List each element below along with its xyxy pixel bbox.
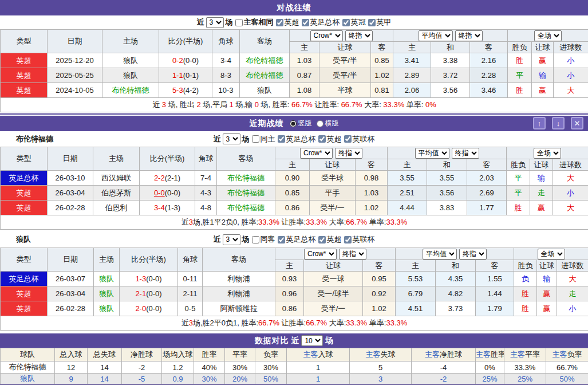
odds-handicap: 平手: [310, 186, 356, 201]
odds-source-select[interactable]: Crow*: [304, 249, 337, 260]
odds-handicap: 受一球: [304, 272, 363, 286]
arrow-down-icon: ↓: [557, 119, 561, 128]
league-badge: 英超: [1, 68, 48, 83]
league-badge: 英超: [1, 286, 48, 301]
odds-handicap: 半球: [319, 83, 371, 98]
layout-horizontal-radio[interactable]: 横版: [317, 119, 339, 128]
result-wdl: 胜: [514, 286, 537, 301]
col-away: 客场: [217, 147, 275, 171]
odds-source-select[interactable]: Crow*: [300, 148, 333, 159]
games-label: 场: [226, 17, 233, 28]
odds-home: 1.03: [290, 53, 319, 68]
col-avg-away: 客: [476, 260, 514, 272]
col-result-handicap: 让球: [537, 260, 557, 272]
corner-cell: 4-8: [195, 201, 217, 215]
h2h-title: 对战往绩: [277, 3, 311, 13]
home-team: 狼队: [94, 272, 120, 286]
result-wdl: 胜: [508, 83, 532, 98]
avg-select[interactable]: 平均值: [423, 249, 457, 260]
compare-row-wolves: 狼队 9 14 -5 0.9 30% 20% 50% 1 3 -2 25% 25…: [1, 374, 588, 384]
odds-select-cell: Crow*终指: [275, 147, 388, 159]
scope-select[interactable]: 全场: [534, 30, 562, 41]
home-team: 狼队: [102, 53, 159, 68]
corner-cell: 3-4: [212, 53, 240, 68]
match-date: 26-02-28: [48, 301, 94, 316]
avg-away: 3.46: [470, 83, 508, 98]
col-home: 主场: [94, 248, 120, 272]
odds-final-select[interactable]: 终指: [345, 30, 373, 41]
col-date: 日期: [48, 147, 93, 171]
team-name-link[interactable]: 狼队: [1, 374, 55, 384]
result-wdl: 负: [514, 272, 537, 286]
avg-select[interactable]: 平均值: [415, 148, 449, 159]
avg-final-select[interactable]: 终指: [455, 30, 483, 41]
col-corner: 角球: [195, 147, 217, 171]
table-row: 英超 26-03-04 伯恩茅斯 0-0(0-0) 4-3 布伦特福德 0.85…: [1, 186, 588, 201]
result-handicap: 赢: [530, 201, 553, 215]
away-team: 利物浦: [203, 272, 275, 286]
scroll-down-button[interactable]: ↓: [552, 117, 565, 129]
odds-source-select[interactable]: Crow*: [310, 30, 343, 41]
col-avg-draw: 和: [431, 42, 470, 53]
league-badge: 英超: [1, 83, 48, 98]
brentford-count-select[interactable]: 3: [223, 133, 240, 144]
col-result-goals: 进球数: [557, 260, 588, 272]
avg-final-select[interactable]: 终指: [459, 249, 487, 260]
avg-home: 3.55: [388, 171, 427, 186]
league-checkbox-facup[interactable]: [278, 135, 285, 143]
avg-home: 5.53: [396, 272, 436, 286]
odds-final-select[interactable]: 终指: [335, 148, 362, 159]
home-team: 伯恩利: [93, 201, 140, 215]
same-venue-checkbox[interactable]: [235, 19, 243, 26]
same-away-checkbox[interactable]: [252, 236, 259, 243]
same-home-checkbox[interactable]: [252, 135, 259, 143]
scope-select[interactable]: 全场: [534, 148, 561, 159]
odds-handicap: 受一/球半: [304, 286, 363, 301]
avg-draw: 3.83: [427, 201, 467, 215]
col-team: 球队: [1, 348, 55, 362]
scroll-up-button[interactable]: ↑: [533, 117, 546, 129]
wolves-count-select[interactable]: 3: [223, 234, 240, 245]
col-date: 日期: [48, 30, 102, 53]
league-checkbox-championship[interactable]: [342, 19, 350, 26]
league-checkbox-leagueone[interactable]: [368, 19, 376, 26]
league-checkbox-epl[interactable]: [318, 135, 326, 143]
league-checkbox-eflcup[interactable]: [344, 236, 352, 243]
col-score: 比分(半场): [120, 248, 178, 272]
result-wdl: 胜: [508, 53, 532, 68]
compare-header-row: 球队 总入球 总失球 净胜球 场均入球 胜率 平率 负率 主客入球 主客失球 主…: [1, 348, 588, 362]
result-handicap: 赢: [532, 83, 554, 98]
league-checkbox-facup[interactable]: [302, 19, 309, 26]
layout-vertical-radio[interactable]: 竖版: [290, 119, 312, 128]
scope-select[interactable]: 全场: [538, 249, 565, 260]
league-badge: 英超: [1, 53, 48, 68]
table-row: 英足总杯 26-03-07 狼队 1-3(0-0) 0-11 利物浦 0.93 …: [1, 272, 588, 286]
team-name: 布伦特福德: [1, 362, 55, 374]
home-team: 西汉姆联: [93, 171, 140, 186]
arrow-up-icon: ↑: [538, 119, 542, 128]
result-goals: 大: [553, 171, 588, 186]
result-handicap: 赢: [537, 286, 557, 301]
league-checkbox-epl[interactable]: [276, 19, 283, 26]
avg-final-select[interactable]: 终指: [452, 148, 479, 159]
avg-away: 2.03: [467, 171, 507, 186]
avg-select[interactable]: 平均值: [419, 30, 453, 41]
table-row: 英足总杯 26-03-10 西汉姆联 2-2(2-1) 7-4 布伦特福德 0.…: [1, 171, 588, 186]
odds-handicap: 受半球: [310, 171, 356, 186]
h2h-count-select[interactable]: 3: [206, 17, 224, 28]
col-odds-handicap: 让球: [304, 260, 363, 272]
league-checkbox-eflcup[interactable]: [344, 135, 352, 143]
odds-final-select[interactable]: 终指: [339, 249, 366, 260]
compare-count-select[interactable]: 10: [301, 335, 323, 346]
away-team: 布伦特福德: [217, 201, 275, 215]
avg-draw: 3.55: [427, 171, 467, 186]
table-row: 英超 26-02-28 伯恩利 3-4(1-3) 4-8 布伦特福德 0.86 …: [1, 201, 588, 215]
close-button[interactable]: ✕: [571, 117, 583, 129]
col-odds-home: 主: [275, 159, 310, 171]
col-result-wdl: 胜负: [507, 159, 530, 171]
league-checkbox-epl[interactable]: [318, 236, 326, 243]
result-wdl: 平: [507, 186, 530, 201]
score-link[interactable]: 0-0(0-0): [140, 186, 195, 201]
league-checkbox-facup[interactable]: [278, 236, 285, 243]
odds-home: 0.86: [275, 201, 310, 215]
